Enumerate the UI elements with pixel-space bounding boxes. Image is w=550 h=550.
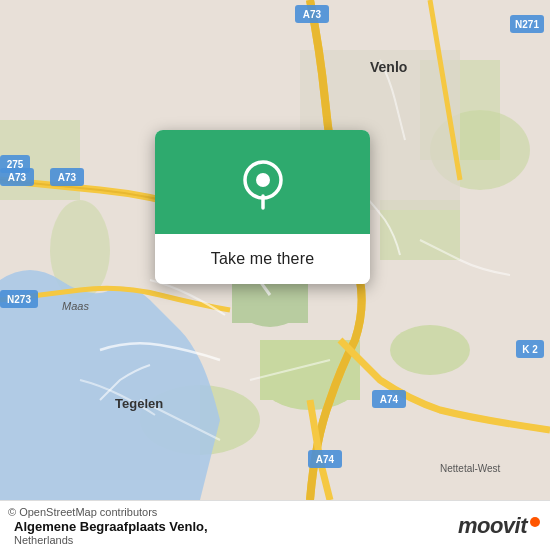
popup-card: Take me there	[155, 130, 370, 284]
svg-text:A73: A73	[8, 172, 27, 183]
moovit-dot	[530, 517, 540, 527]
svg-text:A74: A74	[380, 394, 399, 405]
location-name: Algemene Begraafplaats Venlo,	[14, 519, 208, 534]
map-container: A73 A73 A73 A73 A74 A74 N271 N273 275 K …	[0, 0, 550, 500]
svg-text:A73: A73	[58, 172, 77, 183]
location-pin-icon	[237, 158, 289, 210]
svg-text:A73: A73	[303, 9, 322, 20]
svg-text:A74: A74	[316, 454, 335, 465]
svg-text:Venlo: Venlo	[370, 59, 407, 75]
popup-green-area	[155, 130, 370, 234]
moovit-logo: moovit	[458, 513, 540, 539]
take-me-there-button[interactable]: Take me there	[155, 234, 370, 284]
svg-point-4	[390, 325, 470, 375]
svg-text:Maas: Maas	[62, 300, 89, 312]
svg-text:K 2: K 2	[522, 344, 538, 355]
svg-text:275: 275	[7, 159, 24, 170]
svg-point-39	[256, 173, 270, 187]
location-country: Netherlands	[14, 534, 73, 546]
bottom-left-info: © OpenStreetMap contributors Algemene Be…	[8, 506, 208, 546]
moovit-wordmark: moovit	[458, 513, 527, 539]
osm-attribution: © OpenStreetMap contributors	[8, 506, 208, 518]
svg-text:N271: N271	[515, 19, 539, 30]
location-info: Algemene Begraafplaats Venlo, Netherland…	[14, 519, 208, 546]
svg-text:Tegelen: Tegelen	[115, 396, 163, 411]
svg-text:N273: N273	[7, 294, 31, 305]
svg-text:Nettetal-West: Nettetal-West	[440, 463, 501, 474]
bottom-bar: © OpenStreetMap contributors Algemene Be…	[0, 500, 550, 550]
